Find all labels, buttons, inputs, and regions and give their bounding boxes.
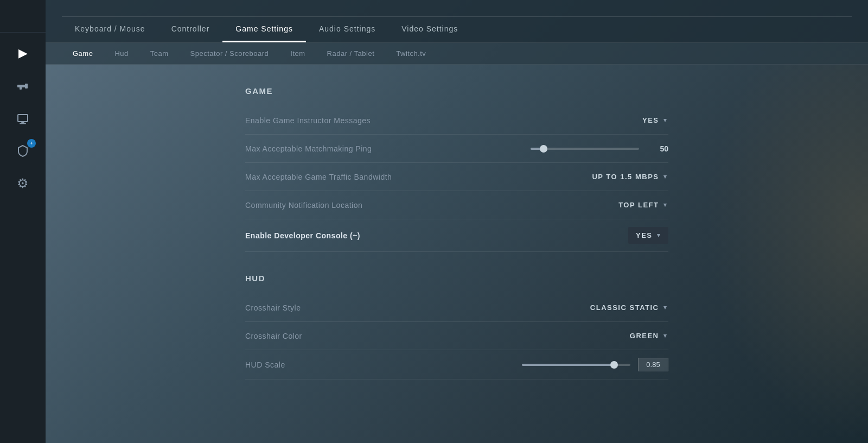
header: Keyboard / MouseControllerGame SettingsA… — [46, 0, 868, 43]
sub-nav-item-team[interactable]: Team — [139, 43, 180, 64]
content: GameEnable Game Instructor MessagesYES▾M… — [46, 65, 868, 443]
dropdown-crosshair-style[interactable]: CLASSIC STATIC▾ — [589, 301, 668, 314]
top-nav-item-audio-settings[interactable]: Audio Settings — [306, 17, 388, 42]
tv-icon[interactable] — [7, 103, 39, 134]
sub-nav-item-game[interactable]: Game — [62, 43, 104, 64]
setting-label: Community Notification Location — [245, 201, 362, 210]
sidebar: ▶ +⚙ — [0, 0, 46, 443]
main: Keyboard / MouseControllerGame SettingsA… — [46, 0, 868, 443]
setting-label: Crosshair Color — [245, 332, 302, 340]
play-icon[interactable]: ▶ — [7, 38, 39, 68]
dropdown-enable-game-instructor-messages[interactable]: YES▾ — [641, 114, 668, 126]
slider-thumb[interactable] — [540, 145, 547, 153]
svg-rect-3 — [18, 115, 28, 122]
slider-container: 50 — [531, 144, 668, 153]
setting-row: Crosshair StyleCLASSIC STATIC▾ — [245, 294, 668, 322]
top-nav-item-video-settings[interactable]: Video Settings — [388, 17, 471, 42]
page-title — [62, 9, 852, 17]
sub-nav: GameHudTeamSpectator / ScoreboardItemRad… — [46, 43, 868, 65]
shield-icon[interactable]: + — [7, 136, 39, 166]
setting-control: 50 — [531, 144, 668, 153]
setting-control: YES▾ — [628, 227, 668, 244]
gear-icon[interactable]: ⚙ — [7, 168, 39, 199]
setting-control: TOP LEFT▾ — [617, 199, 668, 211]
setting-control: UP TO 1.5 MBPS▾ — [591, 170, 668, 183]
svg-rect-5 — [20, 123, 26, 124]
weapons-icon[interactable] — [7, 71, 39, 101]
setting-label: Enable Game Instructor Messages — [245, 116, 371, 125]
setting-label: HUD Scale — [245, 360, 285, 369]
slider-value: 50 — [647, 144, 668, 153]
setting-control: 0.85 — [522, 358, 668, 371]
setting-row: HUD Scale0.85 — [245, 350, 668, 379]
setting-control: GREEN▾ — [629, 330, 668, 342]
svg-rect-4 — [21, 122, 24, 123]
dropdown-max-acceptable-game-traffic-bandwidth[interactable]: UP TO 1.5 MBPS▾ — [591, 170, 668, 183]
setting-row: Crosshair ColorGREEN▾ — [245, 322, 668, 350]
sub-nav-item-item[interactable]: Item — [279, 43, 316, 64]
chevron-down-icon: ▾ — [663, 332, 668, 339]
top-nav-item-controller[interactable]: Controller — [158, 17, 223, 42]
chevron-down-icon: ▾ — [663, 201, 668, 208]
setting-label: Max Acceptable Matchmaking Ping — [245, 144, 372, 153]
setting-label: Crosshair Style — [245, 303, 301, 312]
setting-label: Enable Developer Console (~) — [245, 231, 360, 240]
settings-container: GameEnable Game Instructor MessagesYES▾M… — [224, 86, 690, 379]
setting-row: Enable Developer Console (~)YES▾ — [245, 219, 668, 252]
svg-rect-1 — [25, 84, 28, 88]
chevron-down-icon: ▾ — [663, 304, 668, 311]
section-title-game: Game — [245, 86, 668, 96]
setting-row: Community Notification LocationTOP LEFT▾ — [245, 191, 668, 219]
chevron-down-icon: ▾ — [663, 173, 668, 180]
setting-control: YES▾ — [641, 114, 668, 126]
svg-rect-0 — [17, 85, 26, 87]
setting-label: Max Acceptable Game Traffic Bandwidth — [245, 173, 392, 181]
sub-nav-item-hud[interactable]: Hud — [104, 43, 139, 64]
slider-value-box: 0.85 — [638, 358, 668, 371]
setting-row: Enable Game Instructor MessagesYES▾ — [245, 106, 668, 135]
sub-nav-item-twitch-tv[interactable]: Twitch.tv — [385, 43, 437, 64]
slider-container: 0.85 — [522, 358, 668, 371]
chevron-down-icon: ▾ — [657, 232, 661, 239]
slider-fill — [522, 364, 614, 366]
setting-row: Max Acceptable Matchmaking Ping50 — [245, 135, 668, 163]
section-title-hud: Hud — [245, 274, 668, 283]
dropdown-enable-developer-console----[interactable]: YES▾ — [628, 227, 668, 244]
sub-nav-item-spectator---scoreboard[interactable]: Spectator / Scoreboard — [180, 43, 280, 64]
chevron-down-icon: ▾ — [663, 117, 668, 124]
dropdown-community-notification-location[interactable]: TOP LEFT▾ — [617, 199, 668, 211]
sub-nav-item-radar---tablet[interactable]: Radar / Tablet — [316, 43, 386, 64]
svg-rect-2 — [20, 87, 22, 90]
slider-track[interactable] — [522, 364, 630, 366]
top-nav: Keyboard / MouseControllerGame SettingsA… — [62, 17, 852, 42]
logo[interactable] — [0, 0, 46, 33]
slider-thumb[interactable] — [610, 361, 618, 369]
top-nav-item-keyboard---mouse[interactable]: Keyboard / Mouse — [62, 17, 158, 42]
top-nav-item-game-settings[interactable]: Game Settings — [222, 17, 306, 42]
slider-track[interactable] — [531, 148, 639, 150]
setting-row: Max Acceptable Game Traffic BandwidthUP … — [245, 163, 668, 191]
dropdown-crosshair-color[interactable]: GREEN▾ — [629, 330, 668, 342]
setting-control: CLASSIC STATIC▾ — [589, 301, 668, 314]
sidebar-icons: ▶ +⚙ — [0, 33, 46, 199]
